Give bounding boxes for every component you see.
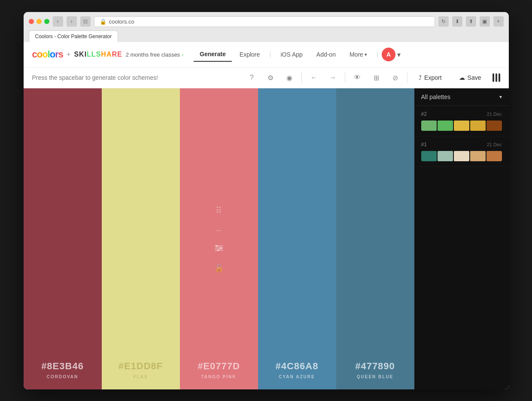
url-text: coolors.co — [109, 18, 134, 25]
maximize-button[interactable] — [44, 19, 49, 24]
active-tab[interactable]: Coolors - Color Palette Generator — [29, 30, 119, 42]
divider-3 — [407, 72, 407, 83]
tab-bar: Coolors - Color Palette Generator — [29, 30, 504, 42]
cyan-hex: #4C86A8 — [276, 361, 319, 372]
minimize-button[interactable] — [36, 19, 42, 24]
svg-point-3 — [219, 247, 222, 249]
app-content: coolors + SKILLSHARE 2 months free class… — [24, 42, 509, 389]
color-swatch-queen-blue[interactable]: #477890 QUEEN BLUE — [336, 88, 414, 389]
p1-color-1 — [421, 151, 437, 161]
settings-button[interactable]: ⚙ — [264, 71, 277, 84]
color-swatch-cordovan[interactable]: #8E3B46 CORDOVAN — [24, 88, 102, 389]
palette-1-num: #1 — [421, 142, 427, 148]
share-button[interactable]: ⬆ — [466, 16, 476, 27]
nav-addon[interactable]: Add-on — [310, 48, 342, 61]
queen-hex: #477890 — [355, 361, 395, 372]
cloud-icon: ☁ — [459, 74, 465, 81]
nav-explore[interactable]: Explore — [234, 48, 266, 61]
address-bar[interactable]: 🔒 coolors.co — [94, 16, 435, 27]
palette-1-header: #1 21 Dec — [421, 142, 502, 148]
browser-chrome: ‹ › ⊡ 🔒 coolors.co ↻ ⬇ ⬆ ▣ + Coolors - C… — [24, 12, 509, 42]
user-avatar[interactable]: A — [382, 48, 395, 61]
color-swatch-tango-pink[interactable]: ⠿ ↔ 🔓 — [180, 88, 258, 389]
cyan-name: CYAN AZURE — [279, 374, 315, 379]
svg-point-5 — [217, 249, 219, 251]
promo-arrow: › — [182, 51, 183, 58]
user-menu-chevron[interactable]: ▾ — [397, 51, 401, 59]
reader-button[interactable]: ▣ — [480, 16, 490, 27]
redo-button[interactable]: → — [326, 71, 340, 84]
palette-item-1[interactable]: #1 21 Dec — [414, 136, 509, 167]
nav-more[interactable]: More ▾ — [344, 48, 373, 61]
add-tab-button[interactable]: + — [493, 16, 504, 27]
sliders-icon[interactable] — [215, 245, 223, 253]
color-swatch-flax[interactable]: #E1DD8F FLAX — [102, 88, 180, 389]
nav-generate[interactable]: Generate — [194, 47, 232, 62]
browser-window: ‹ › ⊡ 🔒 coolors.co ↻ ⬇ ⬆ ▣ + Coolors - C… — [24, 12, 509, 389]
coolors-logo[interactable]: coolors — [32, 49, 64, 60]
p2-color-4 — [470, 121, 486, 131]
palettes-container: #8E3B46 CORDOVAN #E1DD8F FLAX ⠿ ↔ — [24, 88, 414, 389]
main-area: #8E3B46 CORDOVAN #E1DD8F FLAX ⠿ ↔ — [24, 88, 509, 389]
palette-2-colors — [421, 121, 502, 131]
forward-nav-button[interactable]: › — [67, 16, 77, 27]
share-icon: ⤴ — [419, 74, 422, 81]
palette-1-date: 21 Dec — [487, 142, 502, 147]
tango-hex: #E0777D — [198, 361, 240, 372]
sidebar-title: All palettes — [421, 93, 450, 100]
undo-button[interactable]: ← — [307, 71, 321, 84]
resize-icon[interactable]: ↔ — [215, 226, 223, 235]
save-button[interactable]: ☁ Save — [453, 72, 487, 84]
skillshare-logo[interactable]: SKILLSHARE — [74, 51, 122, 58]
svg-point-1 — [216, 245, 218, 247]
ban-button[interactable]: ⊘ — [388, 71, 402, 84]
swatch-icons: ⠿ ↔ 🔓 — [214, 205, 224, 272]
camera-button[interactable]: ◉ — [283, 71, 296, 84]
palette-1-colors — [421, 151, 502, 161]
flax-name: FLAX — [133, 374, 148, 379]
p1-color-4 — [470, 151, 486, 161]
eye-button[interactable]: 👁 — [350, 71, 364, 84]
toolbar: Press the spacebar to generate color sch… — [24, 68, 509, 88]
cordovan-hex: #8E3B46 — [41, 361, 84, 372]
browser-controls: ‹ › ⊡ 🔒 coolors.co ↻ ⬇ ⬆ ▣ + — [29, 16, 504, 27]
sidebar: All palettes ▾ #2 21 Dec — [414, 88, 509, 389]
flax-hex: #E1DD8F — [119, 361, 163, 372]
divider-2 — [345, 72, 345, 83]
queen-name: QUEEN BLUE — [357, 374, 394, 379]
promo-text[interactable]: 2 months free classes › — [126, 51, 183, 58]
tab-view-button[interactable]: ⊡ — [80, 16, 91, 27]
sidebar-dropdown-icon[interactable]: ▾ — [499, 94, 502, 100]
p2-color-2 — [438, 121, 453, 131]
p2-color-3 — [454, 121, 469, 131]
sidebar-header: All palettes ▾ — [414, 88, 509, 106]
export-button[interactable]: ⤴ Export — [413, 72, 447, 84]
lock-icon: 🔒 — [100, 18, 106, 25]
close-button[interactable] — [29, 19, 34, 24]
p1-color-2 — [438, 151, 453, 161]
lock-icon[interactable]: 🔓 — [214, 263, 224, 272]
download-button[interactable]: ⬇ — [452, 16, 462, 27]
top-nav: coolors + SKILLSHARE 2 months free class… — [24, 42, 509, 68]
cordovan-name: CORDOVAN — [47, 374, 79, 379]
p1-color-5 — [486, 151, 502, 161]
toolbar-hint: Press the spacebar to generate color sch… — [32, 74, 240, 81]
p2-color-5 — [486, 121, 502, 131]
help-button[interactable]: ? — [245, 71, 258, 84]
palette-item-2[interactable]: #2 21 Dec — [414, 106, 509, 136]
p1-color-3 — [454, 151, 469, 161]
color-swatch-cyan-azure[interactable]: #4C86A8 CYAN AZURE — [258, 88, 336, 389]
sidebar-toggle[interactable] — [492, 73, 500, 82]
tango-name: TANGO PINK — [201, 374, 236, 379]
nav-ios[interactable]: iOS App — [274, 48, 308, 61]
traffic-lights — [29, 19, 49, 24]
grid-button[interactable]: ⊞ — [369, 71, 383, 84]
back-nav-button[interactable]: ‹ — [53, 16, 63, 27]
grid-icon[interactable]: ⠿ — [216, 205, 222, 215]
p2-color-1 — [421, 121, 437, 131]
more-chevron-icon: ▾ — [365, 52, 367, 57]
logo-area: coolors + SKILLSHARE 2 months free class… — [32, 49, 184, 60]
divider-1 — [301, 72, 302, 83]
palette-2-header: #2 21 Dec — [421, 111, 502, 117]
refresh-button[interactable]: ↻ — [438, 16, 449, 27]
